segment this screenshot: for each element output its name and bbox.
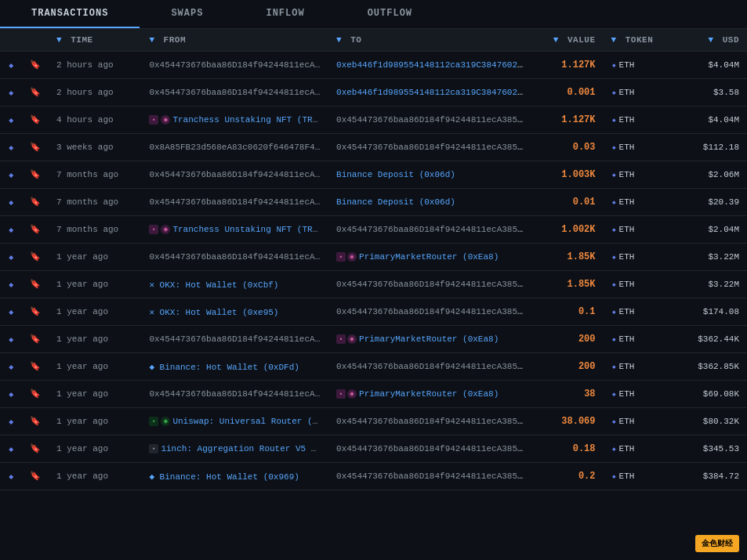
eth-diamond-icon: ⬥: [8, 278, 14, 291]
row-value: 1.127K: [535, 107, 604, 134]
row-time: 1 year ago: [49, 353, 141, 381]
row-bookmark[interactable]: 🔖: [22, 435, 49, 463]
row-usd: $384.72: [673, 463, 747, 490]
tab-transactions[interactable]: TRANSACTIONS: [0, 0, 140, 28]
col-usd[interactable]: ▼ USD: [673, 29, 747, 52]
row-bookmark[interactable]: 🔖: [22, 189, 49, 216]
row-bookmark[interactable]: 🔖: [22, 326, 49, 353]
col-to[interactable]: ▼ TO: [328, 29, 535, 52]
row-from[interactable]: ▪◉Tranchess Unstaking NFT (TRANCHES...: [141, 107, 328, 134]
row-from[interactable]: 0x454473676baa86D184f94244811ecA385Bc2..…: [141, 161, 328, 189]
eth-diamond-icon: ⬥: [8, 305, 14, 318]
row-bookmark[interactable]: 🔖: [22, 244, 49, 271]
row-from[interactable]: ▪1inch: Aggregation Router V5 (0x11...: [141, 435, 328, 463]
doc-badge-icon: ▪: [149, 417, 158, 426]
col-value-label: VALUE: [568, 35, 596, 45]
row-value: 1.003K: [535, 161, 604, 189]
row-from[interactable]: 0x454473676baa86D184f94244811ecA385Bc2..…: [141, 189, 328, 216]
from-label: Tranchess Unstaking NFT (TRANCHES...: [172, 225, 328, 234]
row-usd: $20.39: [673, 189, 747, 216]
from-label: Tranchess Unstaking NFT (TRANCHES...: [172, 115, 328, 125]
row-to[interactable]: 0x454473676baa86D184f94244811ecA385Bc2..…: [328, 216, 535, 244]
row-bookmark[interactable]: 🔖: [22, 79, 49, 107]
from-label: ◆ Binance: Hot Wallet (0xDFd): [149, 363, 299, 372]
row-bookmark[interactable]: 🔖: [22, 107, 49, 134]
row-eth-icon: ⬥: [0, 463, 22, 490]
doc-icon: ▪: [336, 389, 346, 399]
table-row: ⬥🔖7 months ago▪◉Tranchess Unstaking NFT …: [0, 216, 747, 244]
col-time[interactable]: ▼ TIME: [49, 29, 141, 52]
row-from[interactable]: 0x454473676baa86D184f94244811ecA385Bc2..…: [141, 244, 328, 271]
table-row: ⬥🔖1 year ago◆ Binance: Hot Wallet (0x969…: [0, 463, 747, 490]
row-to[interactable]: 0x454473676baa86D184f94244811ecA385Bc2..…: [328, 353, 535, 381]
row-to[interactable]: ▪◉PrimaryMarketRouter (0xEa8): [328, 381, 535, 408]
tab-swaps[interactable]: SWAPS: [140, 0, 234, 28]
row-to[interactable]: Binance Deposit (0x06d): [328, 161, 535, 189]
table-row: ⬥🔖4 hours ago▪◉Tranchess Unstaking NFT (…: [0, 107, 747, 134]
table-row: ⬥🔖7 months ago0x454473676baa86D184f94244…: [0, 189, 747, 216]
row-bookmark[interactable]: 🔖: [22, 353, 49, 381]
row-time: 7 months ago: [49, 189, 141, 216]
row-to[interactable]: 0x454473676baa86D184f94244811ecA385Bc2..…: [328, 134, 535, 161]
tab-inflow[interactable]: INFLOW: [234, 0, 335, 28]
doc-badge-icon: ▪: [149, 444, 158, 453]
bookmark-icon: 🔖: [30, 225, 41, 234]
row-bookmark[interactable]: 🔖: [22, 381, 49, 408]
row-bookmark[interactable]: 🔖: [22, 161, 49, 189]
row-from[interactable]: 0x454473676baa86D184f94244811ecA385Bc2..…: [141, 52, 328, 79]
row-to[interactable]: 0xeb446f1d989554148112ca319C3847602F43..…: [328, 52, 535, 79]
row-to[interactable]: 0xeb446f1d989554148112ca319C3847602F43..…: [328, 79, 535, 107]
row-to[interactable]: 0x454473676baa86D184f94244811ecA385Bc2..…: [328, 408, 535, 435]
from-label: ◆ Binance: Hot Wallet (0x969): [149, 472, 299, 482]
row-to[interactable]: Binance Deposit (0x06d): [328, 189, 535, 216]
tab-outflow[interactable]: OUTFLOW: [336, 0, 444, 28]
row-to[interactable]: ▪◉PrimaryMarketRouter (0xEa8): [328, 326, 535, 353]
doc-icon: ▪: [336, 252, 346, 262]
row-from[interactable]: 0x454473676baa86D184f94244811ecA385Bc2..…: [141, 326, 328, 353]
col-token[interactable]: ▼ TOKEN: [604, 29, 673, 52]
row-time: 7 months ago: [49, 216, 141, 244]
row-bookmark[interactable]: 🔖: [22, 298, 49, 326]
row-eth-icon: ⬥: [0, 435, 22, 463]
row-bookmark[interactable]: 🔖: [22, 134, 49, 161]
row-to[interactable]: ▪◉PrimaryMarketRouter (0xEa8): [328, 244, 535, 271]
to-address: 0x454473676baa86D184f94244811ecA385Bc2..…: [336, 361, 535, 372]
eth-diamond-icon: ⬥: [8, 196, 14, 208]
row-from[interactable]: ✕ OKX: Hot Wallet (0xCbf): [141, 271, 328, 298]
row-to[interactable]: 0x454473676baa86D184f94244811ecA385Bc2..…: [328, 107, 535, 134]
eth-diamond-icon: ⬥: [8, 114, 14, 126]
row-usd: $4.04M: [673, 107, 747, 134]
row-eth-icon: ⬥: [0, 134, 22, 161]
row-bookmark[interactable]: 🔖: [22, 52, 49, 79]
tab-bar: TRANSACTIONS SWAPS INFLOW OUTFLOW: [0, 0, 747, 29]
to-address: 0x454473676baa86D184f94244811ecA385Bc2..…: [336, 306, 535, 317]
row-from[interactable]: 0x8A85FB23d568eA83c0620f646478F4e2F69C..…: [141, 134, 328, 161]
doc-badge-icon: ▪: [149, 225, 158, 234]
row-value: 0.01: [535, 189, 604, 216]
row-from[interactable]: 0x454473676baa86D184f94244811ecA385Bc2..…: [141, 381, 328, 408]
row-bookmark[interactable]: 🔖: [22, 408, 49, 435]
row-from[interactable]: 0x454473676baa86D184f94244811ecA385Bc2..…: [141, 79, 328, 107]
row-from[interactable]: ◆ Binance: Hot Wallet (0xDFd): [141, 353, 328, 381]
row-value: 200: [535, 326, 604, 353]
eth-diamond-icon: ⬥: [8, 86, 14, 99]
row-from[interactable]: ▪◉Uniswap: Universal Router (0xEf1): [141, 408, 328, 435]
row-bookmark[interactable]: 🔖: [22, 216, 49, 244]
row-eth-icon: ⬥: [0, 298, 22, 326]
row-usd: $362.44K: [673, 326, 747, 353]
row-from[interactable]: ◆ Binance: Hot Wallet (0x969): [141, 463, 328, 490]
row-to[interactable]: 0x454473676baa86D184f94244811ecA385Bc2..…: [328, 298, 535, 326]
row-bookmark[interactable]: 🔖: [22, 463, 49, 490]
from-label: ✕ OKX: Hot Wallet (0xe95): [149, 308, 278, 317]
row-from[interactable]: ▪◉Tranchess Unstaking NFT (TRANCHES...: [141, 216, 328, 244]
row-from[interactable]: ✕ OKX: Hot Wallet (0xe95): [141, 298, 328, 326]
row-to[interactable]: 0x454473676baa86D184f94244811ecA385Bc2..…: [328, 463, 535, 490]
col-value[interactable]: ▼ VALUE: [535, 29, 604, 52]
row-usd: $3.58: [673, 79, 747, 107]
row-to[interactable]: 0x454473676baa86D184f94244811ecA385Bc2..…: [328, 435, 535, 463]
to-address: 0x454473676baa86D184f94244811ecA385Bc2..…: [336, 114, 535, 125]
col-from[interactable]: ▼ FROM: [141, 29, 328, 52]
row-value: 0.18: [535, 435, 604, 463]
row-bookmark[interactable]: 🔖: [22, 271, 49, 298]
row-to[interactable]: 0x454473676baa86D184f94244811ecA385Bc2..…: [328, 271, 535, 298]
